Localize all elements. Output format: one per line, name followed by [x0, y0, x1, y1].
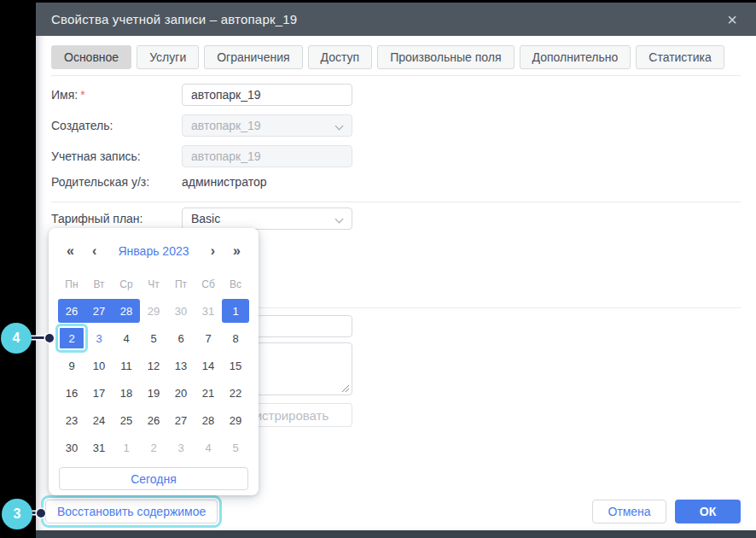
day-cell[interactable]: 3 — [167, 436, 195, 459]
ok-button[interactable]: ОК — [675, 500, 741, 523]
weekday-label: Ср — [113, 276, 140, 293]
weekday-label: Пн — [58, 276, 85, 293]
day-cell[interactable]: 21 — [195, 381, 222, 405]
day-cell[interactable]: 5 — [140, 326, 167, 350]
tab-7[interactable]: Статистика — [636, 45, 724, 69]
annotation-marker-3: 3 — [2, 499, 32, 529]
day-cell[interactable]: 2 — [140, 436, 167, 459]
day-cell[interactable]: 2 — [58, 326, 85, 350]
plan-value: Basic — [191, 212, 220, 225]
day-cell[interactable]: 22 — [222, 381, 249, 405]
day-cell[interactable]: 27 — [85, 299, 113, 323]
plan-select[interactable]: Basic — [182, 208, 352, 230]
tab-5[interactable]: Произвольные поля — [377, 45, 514, 69]
day-cell[interactable]: 13 — [167, 354, 195, 377]
next-year-icon[interactable]: » — [233, 238, 241, 264]
day-cell[interactable]: 19 — [140, 381, 167, 405]
day-cell[interactable]: 1 — [222, 299, 249, 323]
day-cell[interactable]: 4 — [195, 436, 222, 459]
day-cell[interactable]: 27 — [167, 408, 195, 432]
creator-value: автопарк_19 — [191, 119, 261, 132]
parent-account-label: Родительская у/з: — [51, 173, 149, 190]
day-cell[interactable]: 15 — [222, 354, 249, 377]
account-properties-dialog: Свойства учетной записи – автопарк_19 × … — [36, 3, 756, 530]
day-cell[interactable]: 12 — [140, 354, 167, 377]
creator-select: автопарк_19 — [182, 114, 352, 137]
day-cell[interactable]: 4 — [113, 326, 140, 350]
restore-content-button[interactable]: Восстановить содержимое — [45, 500, 218, 523]
day-cell[interactable]: 16 — [58, 381, 85, 405]
day-cell[interactable]: 17 — [85, 381, 113, 405]
account-input: автопарк_19 — [182, 145, 352, 167]
day-cell[interactable]: 29 — [140, 299, 167, 323]
day-cell[interactable]: 28 — [113, 299, 140, 323]
day-cell[interactable]: 14 — [195, 354, 222, 377]
divider — [51, 202, 741, 202]
next-month-icon[interactable]: › — [211, 238, 215, 264]
day-cell[interactable]: 31 — [85, 436, 113, 459]
day-cell[interactable]: 11 — [113, 354, 140, 377]
day-cell[interactable]: 30 — [58, 436, 85, 459]
required-asterisk: * — [80, 88, 84, 102]
weekday-label: Чт — [140, 276, 167, 293]
day-cell[interactable]: 9 — [58, 354, 85, 377]
prev-month-icon[interactable]: ‹ — [92, 238, 96, 264]
weekday-label: Сб — [195, 276, 222, 293]
plan-label: Тарифный план: — [51, 208, 143, 230]
calendar-nav: Январь 2023 « ‹ › » — [49, 238, 259, 264]
dialog-title: Свойства учетной записи – автопарк_19 — [51, 12, 297, 26]
day-cell[interactable]: 20 — [167, 381, 195, 405]
tab-1[interactable]: Основное — [51, 45, 131, 69]
day-cell[interactable]: 3 — [85, 326, 113, 350]
day-cell[interactable]: 5 — [222, 436, 249, 459]
weekday-label: Вс — [222, 276, 249, 293]
name-input[interactable]: автопарк_19 — [182, 84, 352, 106]
dialog-titlebar: Свойства учетной записи – автопарк_19 × — [36, 3, 756, 36]
annotation-dot — [45, 334, 54, 342]
day-cell[interactable]: 8 — [222, 326, 249, 350]
resize-handle-icon[interactable] — [340, 383, 349, 392]
prev-year-icon[interactable]: « — [67, 238, 74, 264]
bottom-strip — [36, 530, 756, 538]
day-cell[interactable]: 10 — [85, 354, 113, 377]
name-label-text: Имя: — [51, 88, 78, 102]
weekday-label: Вт — [85, 276, 113, 293]
annotation-dot — [37, 509, 45, 518]
day-cell[interactable]: 25 — [113, 408, 140, 432]
today-button[interactable]: Сегодня — [59, 467, 248, 490]
day-cell[interactable]: 30 — [167, 299, 195, 323]
footer-actions: Отмена ОК — [592, 500, 741, 523]
divider — [51, 75, 741, 76]
annotation-marker-4: 4 — [1, 323, 32, 354]
day-cell[interactable]: 26 — [140, 408, 167, 432]
tab-3[interactable]: Ограничения — [204, 45, 302, 69]
day-cell[interactable]: 1 — [113, 436, 140, 459]
creator-label: Создатель: — [51, 114, 113, 137]
chevron-down-icon — [335, 215, 344, 224]
parent-account-value: администратор — [182, 173, 266, 190]
calendar-month-label[interactable]: Январь 2023 — [49, 238, 259, 264]
date-picker-popup: Январь 2023 « ‹ › » ПнВтСрЧтПтСбВс 26272… — [49, 228, 259, 495]
day-cell[interactable]: 6 — [167, 326, 195, 350]
day-cell[interactable]: 23 — [58, 408, 85, 432]
day-cell[interactable]: 7 — [195, 326, 222, 350]
tab-6[interactable]: Дополнительно — [520, 45, 631, 69]
day-cell[interactable]: 31 — [195, 299, 222, 323]
name-label: Имя:* — [51, 84, 85, 106]
weekday-header-row: ПнВтСрЧтПтСбВс — [58, 276, 259, 293]
tab-2[interactable]: Услуги — [137, 45, 199, 69]
weekday-label: Пт — [167, 276, 195, 293]
day-cell[interactable]: 18 — [113, 381, 140, 405]
cancel-button[interactable]: Отмена — [592, 500, 666, 523]
chevron-down-icon — [335, 122, 344, 131]
day-cell[interactable]: 24 — [85, 408, 113, 432]
day-cell[interactable]: 29 — [222, 408, 249, 432]
calendar-day-grid: 2627282930311234567891011121314151617181… — [58, 297, 259, 461]
tab-4[interactable]: Доступ — [308, 45, 373, 69]
day-cell[interactable]: 26 — [58, 299, 85, 323]
account-label: Учетная запись: — [51, 145, 141, 167]
tab-bar: ОсновноеУслугиОграниченияДоступПроизволь… — [51, 45, 724, 69]
day-cell[interactable]: 28 — [195, 408, 222, 432]
close-icon[interactable]: × — [727, 11, 737, 28]
